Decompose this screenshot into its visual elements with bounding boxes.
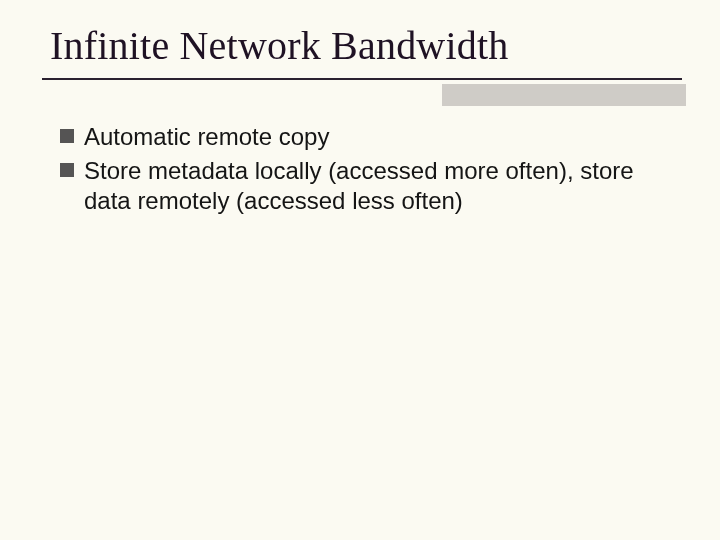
list-item: Store metadata locally (accessed more of…	[60, 156, 666, 216]
square-bullet-icon	[60, 129, 74, 143]
title-underline	[42, 78, 682, 80]
slide-body: Automatic remote copy Store metadata loc…	[60, 122, 666, 220]
bullet-text: Automatic remote copy	[84, 122, 329, 152]
accent-bar	[442, 84, 686, 106]
slide-title: Infinite Network Bandwidth	[50, 22, 508, 69]
bullet-text: Store metadata locally (accessed more of…	[84, 156, 666, 216]
slide: Infinite Network Bandwidth Automatic rem…	[0, 0, 720, 540]
list-item: Automatic remote copy	[60, 122, 666, 152]
square-bullet-icon	[60, 163, 74, 177]
